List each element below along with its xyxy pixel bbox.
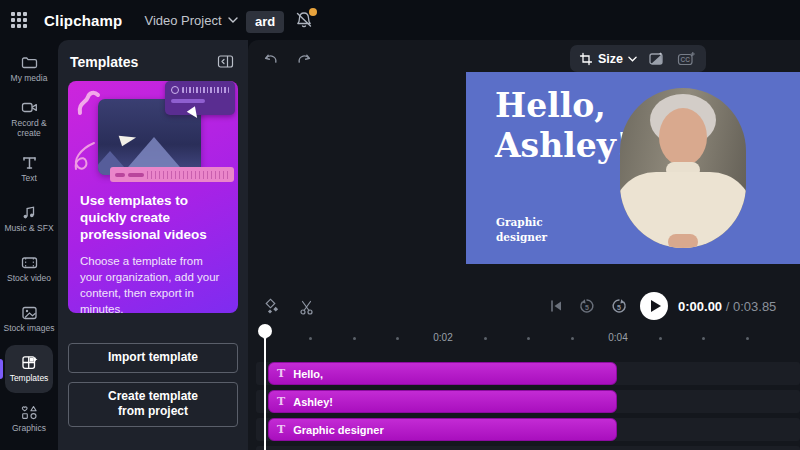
top-bar: Clipchamp Video Project ard <box>0 0 800 40</box>
create-template-button[interactable]: Create template from project <box>68 382 238 427</box>
undo-button[interactable] <box>260 50 281 71</box>
total-time: 0:03.85 <box>733 299 776 314</box>
sidebar-item-label: My media <box>11 74 48 84</box>
undo-icon <box>262 52 279 69</box>
app-launcher-waffle-icon[interactable] <box>11 12 27 28</box>
svg-text:5: 5 <box>617 304 621 311</box>
panel-title: Templates <box>70 54 138 70</box>
redo-icon <box>296 52 313 69</box>
templates-grid-icon <box>20 354 39 371</box>
sidebar-item-label: Stock video <box>7 274 51 284</box>
stage-greeting-text[interactable]: Hello, Ashley! <box>495 86 630 165</box>
current-time: 0:00.00 <box>678 299 722 314</box>
svg-text:CC: CC <box>681 56 691 63</box>
play-button[interactable] <box>640 292 668 320</box>
audio-clip-card <box>165 81 235 115</box>
forward-5s-button[interactable]: 5 <box>608 295 630 317</box>
stage-subtitle-text[interactable]: Graphic designer <box>496 215 558 245</box>
crop-icon <box>579 52 593 66</box>
notifications-muted-button[interactable] <box>293 9 317 33</box>
skip-to-start-icon <box>548 298 564 314</box>
presenter-photo[interactable] <box>620 88 746 248</box>
sparkle-diamonds-icon <box>262 298 280 316</box>
magic-tools-button[interactable] <box>260 296 282 318</box>
play-icon <box>651 300 661 312</box>
stage-toolbar: Size CC <box>570 45 706 72</box>
active-item-indicator <box>0 359 3 379</box>
sidebar-item-text[interactable]: Text <box>0 144 58 194</box>
import-template-button[interactable]: Import template <box>68 343 238 373</box>
playhead-line[interactable] <box>264 338 266 450</box>
sidebar-item-record-create[interactable]: Record & create <box>0 94 58 144</box>
clipchamp-app: Clipchamp Video Project ard My media <box>0 0 800 450</box>
collapse-panel-icon <box>217 54 234 69</box>
sidebar-item-graphics[interactable]: Graphics <box>0 394 58 444</box>
timeline-controls: 5 5 0:00.00 / <box>248 292 800 326</box>
sidebar-item-label: Stock images <box>3 324 54 334</box>
templates-panel: Templates <box>58 40 248 450</box>
size-label: Size <box>598 52 623 66</box>
text-clip-ashley[interactable]: T Ashley! <box>268 390 617 413</box>
text-clip-hello[interactable]: T Hello, <box>268 362 617 385</box>
text-clip-icon: T <box>277 423 285 436</box>
forward-5-icon: 5 <box>610 297 628 315</box>
camera-icon <box>20 99 39 116</box>
folder-icon <box>20 54 39 71</box>
templates-promo-card: Use templates to quickly create professi… <box>68 81 238 313</box>
redo-button[interactable] <box>294 50 315 71</box>
ruler-tick-label: 0:02 <box>426 332 460 343</box>
timecode-display: 0:00.00 / 0:03.85 <box>678 299 776 314</box>
music-icon <box>20 204 39 221</box>
app-title: Clipchamp <box>44 12 122 29</box>
project-name-menu[interactable]: Video Project <box>144 13 237 28</box>
sidebar-item-my-media[interactable]: My media <box>0 44 58 94</box>
timeline: 5 5 0:00.00 / <box>248 264 800 450</box>
notification-badge <box>309 8 317 16</box>
time-separator: / <box>726 299 730 314</box>
color-filter-icon <box>648 51 664 67</box>
sidebar-item-label: Graphics <box>12 424 46 434</box>
sidebar-item-stock-video[interactable]: Stock video <box>0 244 58 294</box>
track-row: T Ashley! <box>256 390 800 413</box>
sidebar-item-label: Text <box>21 174 37 184</box>
track-row: T Hello, <box>256 362 800 385</box>
promo-body: Choose a template from your organization… <box>68 244 238 313</box>
image-icon <box>20 304 39 321</box>
text-icon <box>20 154 39 171</box>
project-name-label: Video Project <box>144 13 221 28</box>
size-dropdown[interactable]: Size <box>579 52 637 66</box>
filmstrip-icon <box>20 254 39 271</box>
partial-button-ard[interactable]: ard <box>246 11 284 33</box>
sidebar-item-templates[interactable]: Templates <box>0 344 58 394</box>
chevron-down-icon <box>628 56 637 62</box>
sidebar-item-label: Templates <box>10 374 49 384</box>
waveform-strip <box>110 167 234 182</box>
sidebar: My media Record & create Text Music & SF… <box>0 40 58 450</box>
collapse-panel-button[interactable] <box>215 52 236 71</box>
preview-canvas: Size CC Hello, Ashley <box>248 40 800 264</box>
panel-header: Templates <box>58 40 248 79</box>
captions-button[interactable]: CC <box>675 49 697 69</box>
rewind-5s-button[interactable]: 5 <box>576 295 598 317</box>
scissors-icon <box>298 299 315 316</box>
ruler-tick-label: 0:04 <box>601 332 635 343</box>
sidebar-item-music-sfx[interactable]: Music & SFX <box>0 194 58 244</box>
timeline-ruler[interactable]: 0:02 0:04 <box>248 326 800 352</box>
rewind-5-icon: 5 <box>578 297 596 315</box>
sidebar-item-label: Record & create <box>2 119 56 139</box>
captions-cc-icon: CC <box>677 51 695 67</box>
svg-text:5: 5 <box>585 304 589 311</box>
text-clip-graphic-designer[interactable]: T Graphic designer <box>268 418 617 441</box>
video-preview-stage[interactable]: Hello, Ashley! Graphic designer <box>466 72 800 264</box>
color-filter-button[interactable] <box>646 49 666 69</box>
split-button[interactable] <box>296 296 317 318</box>
promo-heading: Use templates to quickly create professi… <box>68 185 238 244</box>
sidebar-item-label: Music & SFX <box>4 224 53 234</box>
track-row: T Graphic designer <box>256 418 800 441</box>
promo-illustration <box>68 81 238 185</box>
shapes-icon <box>20 404 39 421</box>
mini-play-icon <box>171 86 179 94</box>
skip-to-start-button[interactable] <box>546 296 566 316</box>
text-clip-icon: T <box>277 367 285 380</box>
sidebar-item-stock-images[interactable]: Stock images <box>0 294 58 344</box>
